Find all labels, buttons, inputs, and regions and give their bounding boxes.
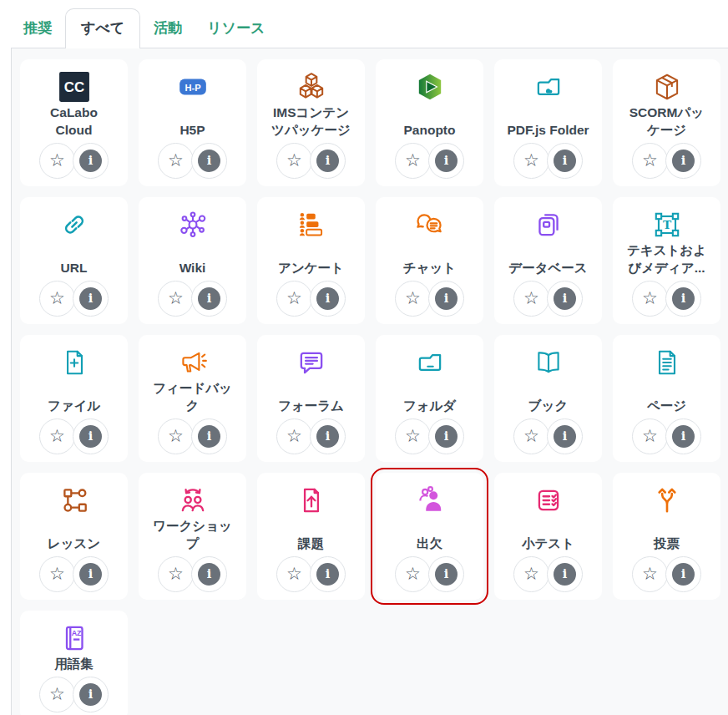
info-button[interactable]: i	[665, 143, 701, 179]
info-button[interactable]: i	[310, 418, 346, 454]
activity-card-assignment-upload[interactable]: 課題 ☆ i	[257, 473, 365, 600]
favourite-star-button[interactable]: ☆	[276, 418, 312, 454]
favourite-star-button[interactable]: ☆	[513, 556, 549, 592]
activity-card-label[interactable]: データベース	[505, 259, 592, 276]
info-button[interactable]: i	[665, 418, 701, 454]
activity-card-label[interactable]: ページ	[624, 397, 710, 414]
activity-card-label[interactable]: SCORMパッケージ	[624, 104, 710, 139]
favourite-star-button[interactable]: ☆	[395, 143, 431, 179]
favourite-star-button[interactable]: ☆	[39, 418, 75, 454]
favourite-star-button[interactable]: ☆	[395, 418, 431, 454]
activity-card-label[interactable]: 小テスト	[505, 535, 592, 552]
activity-card-label[interactable]: ファイル	[31, 397, 118, 414]
activity-card-forum-bubble[interactable]: フォーラム ☆ i	[257, 335, 365, 462]
info-button[interactable]: i	[428, 143, 464, 179]
activity-card-text-media[interactable]: T テキストおよびメディア... ☆ i	[613, 197, 720, 324]
favourite-star-button[interactable]: ☆	[39, 677, 75, 712]
activity-card-label[interactable]: 出欠	[387, 535, 473, 552]
favourite-star-button[interactable]: ☆	[39, 556, 75, 592]
tab-activities[interactable]: 活動	[142, 8, 194, 48]
favourite-star-button[interactable]: ☆	[632, 556, 668, 592]
favourite-star-button[interactable]: ☆	[513, 281, 549, 317]
activity-card-label[interactable]: フィードバック	[149, 379, 236, 414]
activity-card-choice-branch[interactable]: 投票 ☆ i	[613, 473, 720, 600]
info-button[interactable]: i	[428, 418, 464, 454]
info-button[interactable]: i	[73, 418, 109, 454]
tab-recommended[interactable]: 推奨	[12, 8, 63, 48]
activity-card-label[interactable]: チャット	[387, 259, 473, 276]
info-button[interactable]: i	[191, 281, 227, 317]
favourite-star-button[interactable]: ☆	[395, 281, 431, 317]
favourite-star-button[interactable]: ☆	[513, 143, 549, 179]
activity-card-file-plus[interactable]: ファイル ☆ i	[20, 335, 128, 462]
favourite-star-button[interactable]: ☆	[276, 281, 312, 317]
activity-card-workshop-people[interactable]: ワークショップ ☆ i	[139, 473, 246, 600]
info-button[interactable]: i	[310, 281, 346, 317]
activity-card-label[interactable]: 投票	[624, 535, 710, 552]
activity-card-label[interactable]: ブック	[505, 397, 592, 414]
info-button[interactable]: i	[665, 556, 701, 592]
activity-card-link[interactable]: URL ☆ i	[20, 197, 128, 324]
favourite-star-button[interactable]: ☆	[632, 418, 668, 454]
activity-card-label[interactable]: IMSコンテンツパッケージ	[268, 104, 355, 139]
activity-card-cubes[interactable]: IMSコンテンツパッケージ ☆ i	[257, 59, 365, 186]
activity-card-megaphone[interactable]: フィードバック ☆ i	[139, 335, 246, 462]
favourite-star-button[interactable]: ☆	[39, 281, 75, 317]
activity-card-label[interactable]: Panopto	[387, 121, 473, 139]
activity-card-label[interactable]: 課題	[268, 535, 355, 552]
favourite-star-button[interactable]: ☆	[395, 556, 431, 592]
favourite-star-button[interactable]: ☆	[632, 143, 668, 179]
activity-card-folder-minus[interactable]: フォルダ ☆ i	[376, 335, 483, 462]
info-button[interactable]: i	[547, 143, 583, 179]
activity-card-chat-bubbles[interactable]: チャット ☆ i	[376, 197, 483, 324]
activity-card-glossary-book[interactable]: AZ 用語集 ☆ i	[20, 611, 128, 715]
info-button[interactable]: i	[191, 556, 227, 592]
activity-card-box[interactable]: SCORMパッケージ ☆ i	[613, 59, 720, 186]
activity-card-label[interactable]: フォルダ	[387, 397, 473, 414]
favourite-star-button[interactable]: ☆	[276, 143, 312, 179]
favourite-star-button[interactable]: ☆	[632, 281, 668, 317]
activity-card-label[interactable]: レッスン	[31, 535, 118, 552]
favourite-star-button[interactable]: ☆	[158, 418, 194, 454]
activity-card-label[interactable]: CaLabo Cloud	[31, 104, 118, 139]
info-button[interactable]: i	[428, 281, 464, 317]
activity-card-label[interactable]: アンケート	[268, 259, 355, 276]
activity-card-label[interactable]: PDF.js Folder	[505, 121, 592, 139]
activity-card-quiz-checklist[interactable]: 小テスト ☆ i	[494, 473, 602, 600]
favourite-star-button[interactable]: ☆	[158, 281, 194, 317]
info-button[interactable]: i	[310, 143, 346, 179]
activity-card-panopto-logo[interactable]: Panopto ☆ i	[376, 59, 483, 186]
activity-card-page[interactable]: ページ ☆ i	[613, 335, 720, 462]
activity-card-flowchart[interactable]: レッスン ☆ i	[20, 473, 128, 600]
favourite-star-button[interactable]: ☆	[513, 418, 549, 454]
activity-card-copy-docs[interactable]: データベース ☆ i	[494, 197, 602, 324]
info-button[interactable]: i	[73, 281, 109, 317]
activity-card-folder-cloud[interactable]: PDF.js Folder ☆ i	[494, 59, 602, 186]
activity-card-network[interactable]: Wiki ☆ i	[139, 197, 246, 324]
favourite-star-button[interactable]: ☆	[39, 143, 75, 179]
info-button[interactable]: i	[310, 556, 346, 592]
activity-card-survey-list[interactable]: アンケート ☆ i	[257, 197, 365, 324]
info-button[interactable]: i	[191, 418, 227, 454]
activity-card-label[interactable]: ワークショップ	[149, 517, 236, 552]
activity-card-attendance-people[interactable]: 出欠 ☆ i	[376, 473, 483, 600]
info-button[interactable]: i	[73, 677, 109, 712]
activity-card-label[interactable]: URL	[31, 259, 118, 276]
tab-resources[interactable]: リソース	[195, 8, 276, 48]
activity-card-label[interactable]: テキストおよびメディア...	[624, 241, 710, 276]
favourite-star-button[interactable]: ☆	[158, 143, 194, 179]
activity-card-label[interactable]: 用語集	[31, 655, 118, 672]
favourite-star-button[interactable]: ☆	[158, 556, 194, 592]
activity-card-label[interactable]: Wiki	[149, 259, 236, 276]
activity-card-cc-badge[interactable]: CC CaLabo Cloud ☆ i	[20, 59, 128, 186]
info-button[interactable]: i	[191, 143, 227, 179]
favourite-star-button[interactable]: ☆	[276, 556, 312, 592]
activity-card-book-open[interactable]: ブック ☆ i	[494, 335, 602, 462]
activity-card-h5p-badge[interactable]: H-P H5P ☆ i	[139, 59, 246, 186]
info-button[interactable]: i	[428, 556, 464, 592]
activity-card-label[interactable]: フォーラム	[268, 397, 355, 414]
info-button[interactable]: i	[73, 556, 109, 592]
info-button[interactable]: i	[547, 281, 583, 317]
info-button[interactable]: i	[547, 556, 583, 592]
tab-all[interactable]: すべて	[65, 8, 140, 48]
